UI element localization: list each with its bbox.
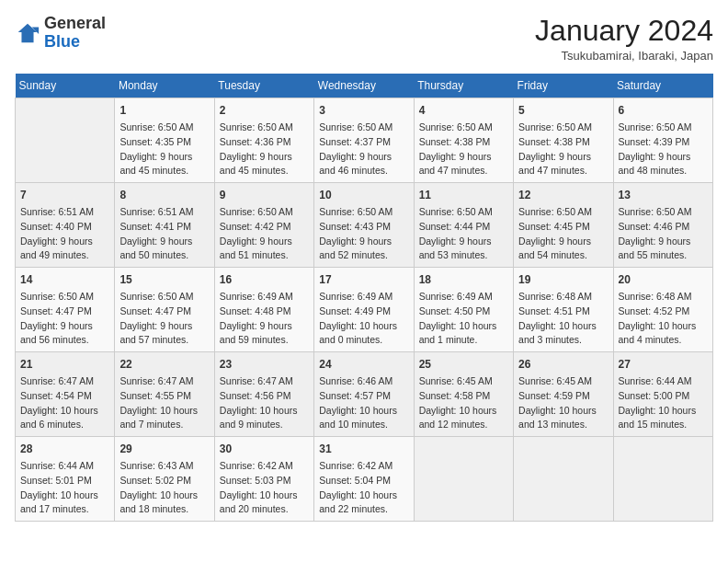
sunset-text: Sunset: 5:02 PM [119, 474, 209, 488]
sunrise-text: Sunrise: 6:50 AM [119, 121, 209, 135]
day-number: 25 [419, 356, 508, 373]
daylight-text: Daylight: 9 hours and 47 minutes. [419, 150, 508, 179]
sunset-text: Sunset: 4:36 PM [220, 135, 309, 150]
calendar-cell: 12Sunrise: 6:50 AMSunset: 4:45 PMDayligh… [514, 183, 613, 268]
day-number: 14 [20, 271, 109, 288]
daylight-text: Daylight: 10 hours and 15 minutes. [619, 404, 708, 433]
day-number: 24 [319, 356, 408, 373]
sunset-text: Sunset: 4:41 PM [119, 220, 209, 235]
sunrise-text: Sunrise: 6:51 AM [119, 205, 209, 220]
daylight-text: Daylight: 9 hours and 56 minutes. [20, 319, 109, 349]
sunrise-text: Sunrise: 6:50 AM [119, 290, 209, 304]
sunset-text: Sunset: 4:50 PM [419, 304, 508, 319]
day-number: 17 [319, 271, 408, 288]
logo-icon [15, 20, 40, 46]
logo: General Blue [15, 15, 106, 52]
calendar-cell: 20Sunrise: 6:48 AMSunset: 4:52 PMDayligh… [613, 268, 712, 352]
sunrise-text: Sunrise: 6:45 AM [419, 374, 508, 389]
daylight-text: Daylight: 10 hours and 3 minutes. [518, 319, 608, 349]
logo-general-text: General [44, 14, 106, 32]
calendar-cell: 28Sunrise: 6:44 AMSunset: 5:01 PMDayligh… [16, 437, 115, 522]
day-number: 9 [220, 187, 309, 203]
sunset-text: Sunset: 4:57 PM [319, 389, 408, 404]
sunset-text: Sunset: 4:37 PM [319, 135, 408, 150]
calendar-cell: 21Sunrise: 6:47 AMSunset: 4:54 PMDayligh… [16, 352, 115, 437]
daylight-text: Daylight: 10 hours and 10 minutes. [319, 404, 408, 433]
daylight-text: Daylight: 10 hours and 9 minutes. [220, 404, 309, 433]
sunrise-text: Sunrise: 6:47 AM [220, 374, 309, 389]
day-number: 3 [319, 102, 408, 119]
day-number: 16 [220, 271, 309, 288]
daylight-text: Daylight: 10 hours and 1 minute. [419, 319, 508, 349]
day-number: 13 [619, 187, 708, 203]
header-cell-saturday: Saturday [613, 74, 712, 98]
sunrise-text: Sunrise: 6:51 AM [20, 205, 109, 220]
day-number: 20 [619, 271, 708, 288]
calendar-cell: 5Sunrise: 6:50 AMSunset: 4:38 PMDaylight… [514, 98, 613, 183]
daylight-text: Daylight: 10 hours and 6 minutes. [20, 404, 109, 433]
day-number: 8 [119, 187, 209, 203]
sunrise-text: Sunrise: 6:50 AM [518, 121, 608, 135]
day-number: 12 [518, 187, 608, 203]
daylight-text: Daylight: 9 hours and 45 minutes. [220, 150, 309, 179]
calendar-week-row: 21Sunrise: 6:47 AMSunset: 4:54 PMDayligh… [16, 352, 713, 437]
calendar-cell: 10Sunrise: 6:50 AMSunset: 4:43 PMDayligh… [314, 183, 414, 268]
calendar-cell [414, 437, 513, 522]
calendar-table: SundayMondayTuesdayWednesdayThursdayFrid… [15, 74, 713, 522]
sunrise-text: Sunrise: 6:44 AM [20, 459, 109, 474]
calendar-cell: 2Sunrise: 6:50 AMSunset: 4:36 PMDaylight… [214, 98, 313, 183]
calendar-cell [514, 437, 613, 522]
sunrise-text: Sunrise: 6:50 AM [220, 205, 309, 220]
sunrise-text: Sunrise: 6:42 AM [220, 459, 309, 474]
day-number: 4 [419, 102, 508, 119]
logo-blue-text: Blue [44, 32, 80, 51]
calendar-cell: 22Sunrise: 6:47 AMSunset: 4:55 PMDayligh… [115, 352, 214, 437]
daylight-text: Daylight: 9 hours and 49 minutes. [20, 235, 109, 264]
sunrise-text: Sunrise: 6:50 AM [419, 205, 508, 220]
sunset-text: Sunset: 4:38 PM [419, 135, 508, 150]
sunset-text: Sunset: 4:38 PM [518, 135, 608, 150]
daylight-text: Daylight: 9 hours and 48 minutes. [619, 150, 708, 179]
sunset-text: Sunset: 4:45 PM [518, 220, 608, 235]
sunset-text: Sunset: 5:01 PM [20, 474, 109, 488]
header-cell-thursday: Thursday [414, 74, 513, 98]
page-header: General Blue January 2024 Tsukubamirai, … [15, 15, 713, 63]
sunrise-text: Sunrise: 6:48 AM [518, 290, 608, 304]
daylight-text: Daylight: 9 hours and 45 minutes. [119, 150, 209, 179]
calendar-cell: 9Sunrise: 6:50 AMSunset: 4:42 PMDaylight… [214, 183, 313, 268]
calendar-cell: 25Sunrise: 6:45 AMSunset: 4:58 PMDayligh… [414, 352, 513, 437]
calendar-cell: 3Sunrise: 6:50 AMSunset: 4:37 PMDaylight… [314, 98, 414, 183]
daylight-text: Daylight: 9 hours and 57 minutes. [119, 319, 209, 349]
daylight-text: Daylight: 10 hours and 17 minutes. [20, 488, 109, 518]
daylight-text: Daylight: 10 hours and 22 minutes. [319, 488, 408, 518]
sunrise-text: Sunrise: 6:46 AM [319, 374, 408, 389]
daylight-text: Daylight: 9 hours and 47 minutes. [518, 150, 608, 179]
header-cell-friday: Friday [514, 74, 613, 98]
sunrise-text: Sunrise: 6:48 AM [619, 290, 708, 304]
sunset-text: Sunset: 5:04 PM [319, 474, 408, 488]
day-number: 18 [419, 271, 508, 288]
sunrise-text: Sunrise: 6:50 AM [20, 290, 109, 304]
daylight-text: Daylight: 9 hours and 53 minutes. [419, 235, 508, 264]
calendar-cell: 6Sunrise: 6:50 AMSunset: 4:39 PMDaylight… [613, 98, 712, 183]
calendar-cell: 13Sunrise: 6:50 AMSunset: 4:46 PMDayligh… [613, 183, 712, 268]
sunset-text: Sunset: 4:51 PM [518, 304, 608, 319]
day-number: 11 [419, 187, 508, 203]
calendar-cell: 11Sunrise: 6:50 AMSunset: 4:44 PMDayligh… [414, 183, 513, 268]
calendar-cell: 4Sunrise: 6:50 AMSunset: 4:38 PMDaylight… [414, 98, 513, 183]
day-number: 2 [220, 102, 309, 119]
daylight-text: Daylight: 9 hours and 51 minutes. [220, 235, 309, 264]
day-number: 27 [619, 356, 708, 373]
sunrise-text: Sunrise: 6:43 AM [119, 459, 209, 474]
day-number: 7 [20, 187, 109, 203]
sunrise-text: Sunrise: 6:44 AM [619, 374, 708, 389]
calendar-header-row: SundayMondayTuesdayWednesdayThursdayFrid… [16, 74, 713, 98]
sunrise-text: Sunrise: 6:47 AM [119, 374, 209, 389]
daylight-text: Daylight: 10 hours and 20 minutes. [220, 488, 309, 518]
daylight-text: Daylight: 10 hours and 0 minutes. [319, 319, 408, 349]
sunset-text: Sunset: 4:59 PM [518, 389, 608, 404]
sunrise-text: Sunrise: 6:50 AM [619, 205, 708, 220]
sunrise-text: Sunrise: 6:50 AM [319, 121, 408, 135]
location-subtitle: Tsukubamirai, Ibaraki, Japan [535, 49, 713, 63]
sunrise-text: Sunrise: 6:42 AM [319, 459, 408, 474]
